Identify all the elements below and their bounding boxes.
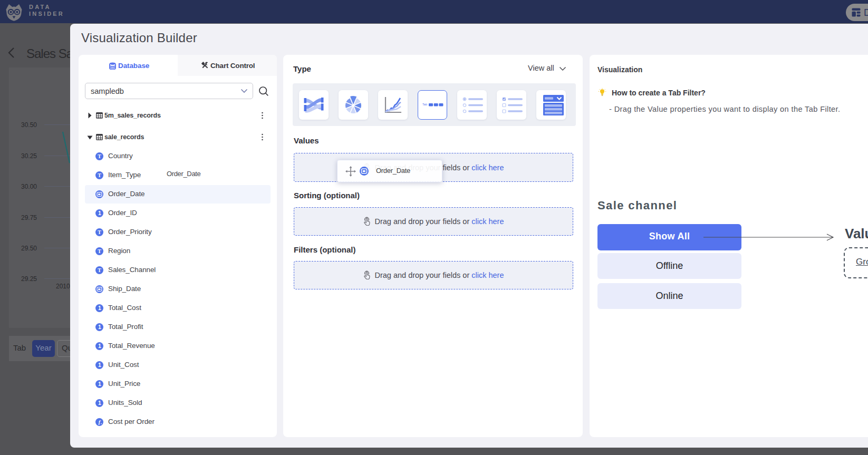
- svg-text:1: 1: [98, 362, 101, 368]
- svg-text:T: T: [98, 153, 101, 159]
- svg-text:1: 1: [98, 400, 101, 406]
- svg-text:1: 1: [98, 324, 101, 330]
- svg-text:T: T: [98, 229, 101, 235]
- svg-text:1: 1: [98, 210, 101, 216]
- svg-text:1: 1: [98, 305, 101, 311]
- svg-text:T: T: [98, 267, 101, 273]
- svg-text:1: 1: [98, 343, 101, 349]
- svg-text:T: T: [98, 172, 101, 178]
- svg-text:1: 1: [98, 381, 101, 387]
- svg-text:T: T: [98, 248, 101, 254]
